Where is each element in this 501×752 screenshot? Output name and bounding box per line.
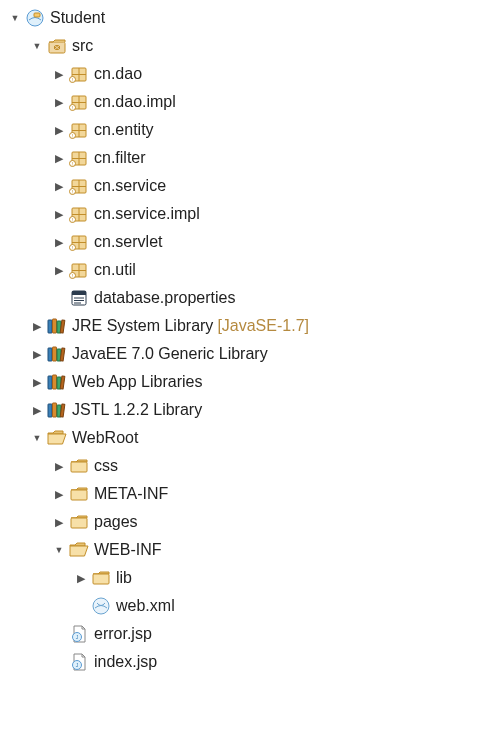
expand-toggle[interactable]: ▶	[52, 180, 66, 193]
expand-toggle[interactable]: ▼	[30, 41, 44, 51]
tree-item[interactable]: ▶ ! cn.service.impl	[4, 200, 497, 228]
svg-text:!: !	[72, 161, 73, 167]
expand-toggle[interactable]: ▶	[52, 124, 66, 137]
tree-item[interactable]: J index.jsp	[4, 648, 497, 676]
expand-toggle[interactable]: ▶	[30, 320, 44, 333]
package-icon: !	[68, 91, 90, 113]
svg-text:!: !	[72, 217, 73, 223]
jsp-icon: J	[68, 623, 90, 645]
tree-item[interactable]: ▶ ! cn.util	[4, 256, 497, 284]
node-label: cn.service	[94, 177, 166, 195]
expand-toggle[interactable]: ▶	[52, 236, 66, 249]
tree-item[interactable]: ▶ pages	[4, 508, 497, 536]
jsp-icon: J	[68, 651, 90, 673]
svg-rect-47	[72, 291, 86, 295]
tree-item[interactable]: ▶ lib	[4, 564, 497, 592]
package-icon: !	[68, 203, 90, 225]
properties-icon	[68, 287, 90, 309]
project-tree: ▼ Student ▼ src ▶ ! cn.dao ▶	[4, 4, 497, 676]
folder-open-icon	[46, 427, 68, 449]
svg-text:!: !	[72, 77, 73, 83]
package-icon: !	[68, 147, 90, 169]
node-label: cn.util	[94, 261, 136, 279]
node-label: JSTL 1.2.2 Library	[72, 401, 202, 419]
tree-item[interactable]: ▼ src	[4, 32, 497, 60]
svg-rect-51	[48, 320, 52, 333]
folder-icon	[68, 511, 90, 533]
svg-rect-55	[48, 348, 52, 361]
src-folder-icon	[46, 35, 68, 57]
package-icon: !	[68, 119, 90, 141]
expand-toggle[interactable]: ▶	[52, 96, 66, 109]
expand-toggle[interactable]: ▶	[52, 488, 66, 501]
tree-item[interactable]: ▶ JavaEE 7.0 Generic Library	[4, 340, 497, 368]
tree-item[interactable]: ▶ META-INF	[4, 480, 497, 508]
tree-item[interactable]: ▼ WEB-INF	[4, 536, 497, 564]
node-label: META-INF	[94, 485, 168, 503]
expand-toggle[interactable]: ▼	[52, 545, 66, 555]
tree-item[interactable]: ▶ ! cn.dao.impl	[4, 88, 497, 116]
tree-item[interactable]: ▶ ! cn.servlet	[4, 228, 497, 256]
package-icon: !	[68, 63, 90, 85]
expand-toggle[interactable]: ▶	[52, 152, 66, 165]
svg-rect-69	[71, 518, 87, 528]
expand-toggle[interactable]: ▼	[8, 13, 22, 23]
expand-toggle[interactable]: ▼	[30, 433, 44, 443]
svg-rect-60	[53, 375, 57, 389]
node-label: lib	[116, 569, 132, 587]
node-label: database.properties	[94, 289, 235, 307]
expand-toggle[interactable]: ▶	[52, 460, 66, 473]
tree-item[interactable]: ▶ ! cn.service	[4, 172, 497, 200]
node-label: WEB-INF	[94, 541, 162, 559]
tree-item[interactable]: ▶ Web App Libraries	[4, 368, 497, 396]
svg-rect-56	[53, 347, 57, 361]
folder-icon	[68, 483, 90, 505]
library-icon	[46, 399, 68, 421]
expand-toggle[interactable]: ▶	[52, 208, 66, 221]
svg-rect-52	[53, 319, 57, 333]
tree-item[interactable]: ▶ ! cn.filter	[4, 144, 497, 172]
xml-icon	[90, 595, 112, 617]
tree-item[interactable]: ▶ css	[4, 452, 497, 480]
node-label: cn.dao	[94, 65, 142, 83]
tree-item[interactable]: J error.jsp	[4, 620, 497, 648]
tree-item[interactable]: web.xml	[4, 592, 497, 620]
folder-open-icon	[68, 539, 90, 561]
node-label: cn.entity	[94, 121, 154, 139]
expand-toggle[interactable]: ▶	[52, 68, 66, 81]
tree-item[interactable]: ▶ JSTL 1.2.2 Library	[4, 396, 497, 424]
expand-toggle[interactable]: ▶	[30, 348, 44, 361]
tree-item[interactable]: ▶ JRE System Library [JavaSE-1.7]	[4, 312, 497, 340]
folder-icon	[90, 567, 112, 589]
folder-icon	[68, 455, 90, 477]
node-label: cn.service.impl	[94, 205, 200, 223]
project-icon	[24, 7, 46, 29]
svg-rect-63	[48, 404, 52, 417]
svg-text:!: !	[72, 273, 73, 279]
tree-item[interactable]: ▼ WebRoot	[4, 424, 497, 452]
svg-rect-68	[71, 490, 87, 500]
node-label: css	[94, 457, 118, 475]
node-label: pages	[94, 513, 138, 531]
tree-item[interactable]: ▶ ! cn.entity	[4, 116, 497, 144]
svg-rect-59	[48, 376, 52, 389]
expand-toggle[interactable]: ▶	[52, 264, 66, 277]
expand-toggle[interactable]: ▶	[30, 404, 44, 417]
package-icon: !	[68, 259, 90, 281]
svg-rect-1	[34, 13, 40, 17]
svg-text:!: !	[72, 133, 73, 139]
node-label: JavaEE 7.0 Generic Library	[72, 345, 268, 363]
expand-toggle[interactable]: ▶	[74, 572, 88, 585]
svg-rect-64	[53, 403, 57, 417]
package-icon: !	[68, 175, 90, 197]
node-label: index.jsp	[94, 653, 157, 671]
tree-item[interactable]: database.properties	[4, 284, 497, 312]
tree-item[interactable]: ▶ ! cn.dao	[4, 60, 497, 88]
svg-text:!: !	[72, 189, 73, 195]
svg-text:!: !	[72, 245, 73, 251]
node-label: error.jsp	[94, 625, 152, 643]
expand-toggle[interactable]: ▶	[30, 376, 44, 389]
expand-toggle[interactable]: ▶	[52, 516, 66, 529]
tree-item[interactable]: ▼ Student	[4, 4, 497, 32]
node-label: cn.filter	[94, 149, 146, 167]
